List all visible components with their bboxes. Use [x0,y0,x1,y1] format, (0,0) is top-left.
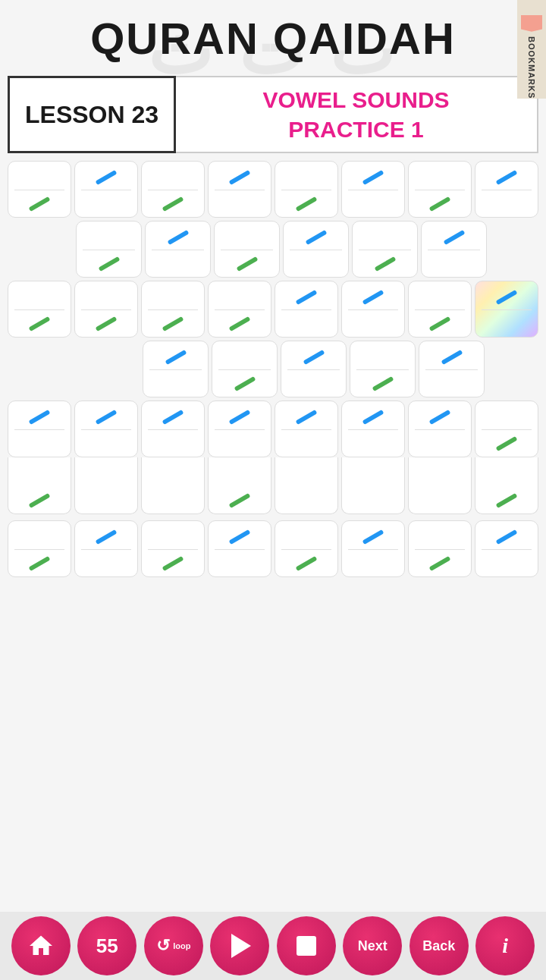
app-header: QURAN QAIDAH [0,0,546,76]
page-number: 55 [96,934,118,958]
lesson-title-box: VOWEL SOUNDS PRACTICE 1 [174,76,538,153]
cell[interactable] [74,161,138,218]
cell[interactable] [475,457,538,514]
grid-row-2 [74,219,540,279]
cell[interactable] [8,520,71,577]
stop-button[interactable] [277,916,336,975]
cell[interactable] [141,457,205,514]
cell[interactable] [275,161,338,218]
grid-row-5b [6,456,540,516]
cell[interactable] [141,400,205,457]
lesson-header: LESSON 23 VOWEL SOUNDS PRACTICE 1 [8,76,538,153]
cell[interactable] [141,281,205,338]
cell[interactable] [208,457,271,514]
grid-row-6 [6,519,540,579]
cell[interactable] [214,221,280,278]
bookmarks-label: BOOKMARKS [527,36,536,99]
cell[interactable] [350,341,416,397]
cell[interactable] [341,520,405,577]
cell[interactable] [143,341,209,397]
cell[interactable] [212,341,278,397]
stop-icon [297,936,316,956]
back-label: Back [422,938,455,954]
cell[interactable] [208,281,271,338]
practice-grid [0,159,546,579]
number-button[interactable]: 55 [77,916,136,975]
loop-icon: ↺ [156,936,170,956]
cell[interactable] [475,400,538,457]
cell-rainbow[interactable] [475,281,538,338]
loop-button[interactable]: ↺ loop [144,916,203,975]
info-label: i [502,934,508,958]
home-button[interactable] [11,916,71,975]
cell[interactable] [74,520,138,577]
cell[interactable] [275,281,338,338]
bookmark-icon [521,15,542,32]
cell[interactable] [8,281,71,338]
cell[interactable] [8,161,71,218]
play-button[interactable] [210,916,269,975]
cell[interactable] [341,281,405,338]
cell[interactable] [8,457,71,514]
cell[interactable] [341,161,405,218]
bookmarks-tab[interactable]: BOOKMARKS [517,0,546,99]
home-icon [27,932,55,960]
cell[interactable] [275,400,338,457]
cell[interactable] [275,520,338,577]
cell[interactable] [408,161,472,218]
play-icon [231,934,251,958]
cell[interactable] [145,221,211,278]
cell[interactable] [475,520,538,577]
next-label: Next [358,938,388,954]
loop-label: loop [173,941,190,950]
lesson-label: LESSON 23 [8,76,176,153]
app-title: QURAN QAIDAH [90,13,456,64]
grid-row-3 [6,279,540,339]
cell[interactable] [141,161,205,218]
grid-row-1 [6,159,540,219]
cell[interactable] [74,457,138,514]
cell[interactable] [352,221,418,278]
cell[interactable] [408,457,472,514]
cell[interactable] [408,281,472,338]
cell[interactable] [8,400,71,457]
cell[interactable] [74,281,138,338]
cell[interactable] [208,520,271,577]
cell[interactable] [208,161,271,218]
cell[interactable] [341,457,405,514]
cell[interactable] [408,400,472,457]
cell[interactable] [421,221,487,278]
cell[interactable] [275,457,338,514]
grid-row-4 [141,339,540,399]
cell[interactable] [408,520,472,577]
cell[interactable] [141,520,205,577]
lesson-title: VOWEL SOUNDS PRACTICE 1 [262,85,449,144]
cell[interactable] [419,341,485,397]
cell[interactable] [341,400,405,457]
info-button[interactable]: i [475,916,535,975]
back-button[interactable]: Back [410,916,469,975]
next-button[interactable]: Next [343,916,402,975]
cell[interactable] [74,400,138,457]
cell[interactable] [281,341,347,397]
cell[interactable] [76,221,142,278]
cell[interactable] [475,161,538,218]
bottom-nav: 55 ↺ loop Next Back i [0,912,546,980]
cell[interactable] [283,221,349,278]
cell[interactable] [208,400,271,457]
grid-row-5 [6,399,540,459]
